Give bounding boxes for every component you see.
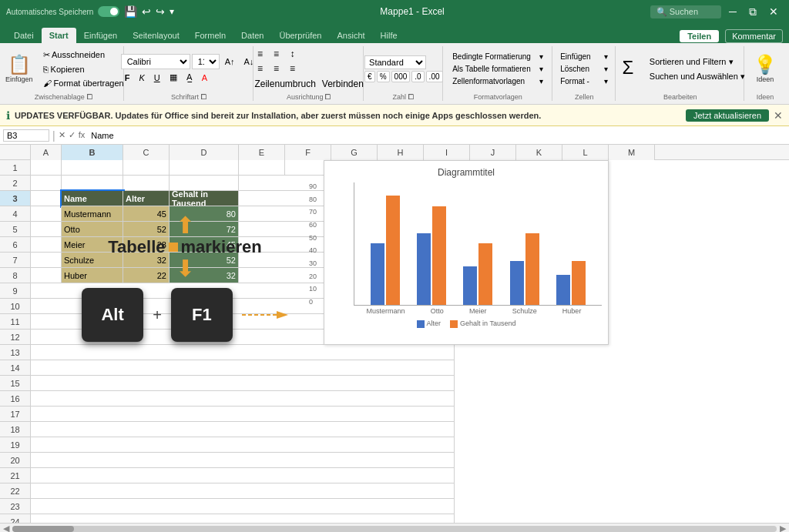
row-11[interactable]: 11 [0, 314, 30, 330]
percent-btn[interactable]: % [377, 71, 390, 82]
insert-function-icon[interactable]: fx [79, 130, 86, 140]
cell-d1[interactable] [170, 160, 239, 176]
row-1[interactable]: 1 [0, 160, 30, 176]
number-format-select[interactable]: Standard [364, 55, 426, 69]
cell-empty16[interactable] [31, 391, 455, 407]
format-cell-button[interactable]: Format -▾ [557, 75, 611, 87]
einfuegen-button[interactable]: 📋 Einfügen [1, 52, 38, 86]
redo-icon[interactable]: ↪ [156, 5, 165, 18]
update-close-button[interactable]: ✕ [774, 109, 783, 122]
cell-c2[interactable] [123, 176, 170, 191]
col-header-l[interactable]: L [562, 145, 609, 160]
cell-a1[interactable] [31, 160, 62, 176]
zellenformatvorlagen-button[interactable]: Zellenformatvorlagen▾ [448, 75, 548, 87]
col-header-b[interactable]: B [62, 145, 123, 160]
align-left-btn[interactable]: ≡ [252, 62, 267, 75]
cell-b2[interactable] [62, 176, 123, 191]
horizontal-scrollbar[interactable]: ◀ ▶ [0, 523, 789, 532]
row-14[interactable]: 14 [0, 360, 30, 376]
bedingte-formatierung-button[interactable]: Bedingte Formatierung▾ [448, 51, 548, 62]
col-header-k[interactable]: K [516, 145, 562, 160]
ausschneiden-button[interactable]: ✂ Ausschneiden [40, 49, 127, 62]
row-5[interactable]: 5 [0, 222, 30, 237]
row-7[interactable]: 7 [0, 253, 30, 268]
cell-reference-input[interactable] [3, 129, 49, 142]
row-18[interactable]: 18 [0, 422, 30, 437]
kopieren-button[interactable]: ⎘ Kopieren [40, 63, 127, 75]
row-4[interactable]: 4 [0, 206, 30, 222]
col-header-e[interactable]: E [239, 145, 285, 160]
col-header-d[interactable]: D [170, 145, 239, 160]
ideas-button[interactable]: 💡 Ideen [749, 52, 781, 86]
als-tabelle-button[interactable]: Als Tabelle formatieren▾ [448, 63, 548, 75]
row-9[interactable]: 9 [0, 283, 30, 299]
minimize-button[interactable]: ─ [724, 4, 741, 19]
cell-e1[interactable] [239, 160, 285, 176]
row-20[interactable]: 20 [0, 453, 30, 468]
align-top-right-btn[interactable]: ↕ [284, 47, 300, 61]
tab-ueberpruefen[interactable]: Überprüfen [271, 28, 329, 43]
col-header-h[interactable]: H [378, 145, 424, 160]
underline-button[interactable]: U [150, 72, 164, 84]
cell-empty13[interactable] [31, 345, 455, 360]
find-select-button[interactable]: Suchen und Auswählen ▾ [646, 70, 748, 83]
customize-icon[interactable]: ▾ [170, 6, 174, 17]
cell-d3[interactable]: Gehalt in Tausend [170, 191, 239, 206]
share-button[interactable]: Teilen [680, 30, 719, 42]
insert-cell-button[interactable]: Einfügen▾ [557, 51, 611, 62]
save-icon[interactable]: 💾 [124, 5, 137, 18]
col-header-j[interactable]: J [470, 145, 516, 160]
format-uebertragen-button[interactable]: 🖌 Format übertragen [40, 77, 127, 89]
tab-seitenlayout[interactable]: Seitenlayout [125, 28, 187, 43]
italic-button[interactable]: K [135, 72, 148, 84]
font-family-select[interactable]: Calibri [121, 54, 190, 69]
font-color-button[interactable]: A [198, 72, 211, 84]
cell-b1[interactable] [62, 160, 123, 176]
font-size-select[interactable]: 11 [192, 54, 220, 69]
tab-start[interactable]: Start [42, 28, 76, 43]
col-header-a[interactable]: A [31, 145, 62, 160]
tab-ansicht[interactable]: Ansicht [329, 28, 372, 43]
comment-button[interactable]: Kommentar [725, 29, 783, 43]
scroll-thumb[interactable] [12, 526, 74, 532]
merge-btn[interactable]: Verbinden [320, 77, 366, 91]
align-top-center-btn[interactable]: ≡ [268, 47, 284, 61]
tab-einfuegen[interactable]: Einfügen [76, 28, 125, 43]
increase-decimal-btn[interactable]: .0 [411, 71, 424, 82]
scroll-track[interactable] [12, 526, 777, 532]
cell-c1[interactable] [123, 160, 170, 176]
tab-datei[interactable]: Datei [6, 28, 42, 43]
border-button[interactable]: ▦ [166, 71, 181, 84]
wrap-text-btn[interactable]: Zeilenumbruch [252, 77, 317, 91]
row-24[interactable]: 24 [0, 514, 30, 523]
currency-btn[interactable]: € [364, 71, 375, 82]
col-header-g[interactable]: G [331, 145, 378, 160]
tab-hilfe[interactable]: Hilfe [373, 28, 405, 43]
cell-empty17[interactable] [31, 407, 455, 422]
row-23[interactable]: 23 [0, 499, 30, 514]
cell-a3[interactable] [31, 191, 62, 206]
col-header-f[interactable]: F [285, 145, 331, 160]
cell-c3[interactable]: Alter [123, 191, 170, 206]
bold-button[interactable]: F [121, 72, 134, 84]
align-top-left-btn[interactable]: ≡ [252, 47, 267, 61]
cell-empty20[interactable] [31, 453, 455, 468]
col-header-m[interactable]: M [609, 145, 655, 160]
search-box[interactable]: 🔍 Suchen [650, 5, 721, 18]
formula-input[interactable] [88, 130, 786, 141]
row-21[interactable]: 21 [0, 468, 30, 483]
tab-daten[interactable]: Daten [233, 28, 271, 43]
chart-container[interactable]: Diagrammtitel 0 10 20 30 40 50 60 70 80 … [324, 160, 609, 345]
undo-icon[interactable]: ↩ [142, 5, 151, 18]
row-15[interactable]: 15 [0, 376, 30, 391]
tab-formeln[interactable]: Formeln [187, 28, 233, 43]
cell-empty22[interactable] [31, 483, 455, 499]
row-19[interactable]: 19 [0, 437, 30, 453]
sum-button[interactable]: Σ [613, 55, 643, 83]
font-size-up-btn[interactable]: A↑ [221, 55, 239, 68]
cell-empty15[interactable] [31, 376, 455, 391]
scroll-right-icon[interactable]: ▶ [780, 524, 786, 532]
row-13[interactable]: 13 [0, 345, 30, 360]
confirm-formula-icon[interactable]: ✓ [69, 130, 76, 140]
cell-empty23[interactable] [31, 499, 455, 514]
